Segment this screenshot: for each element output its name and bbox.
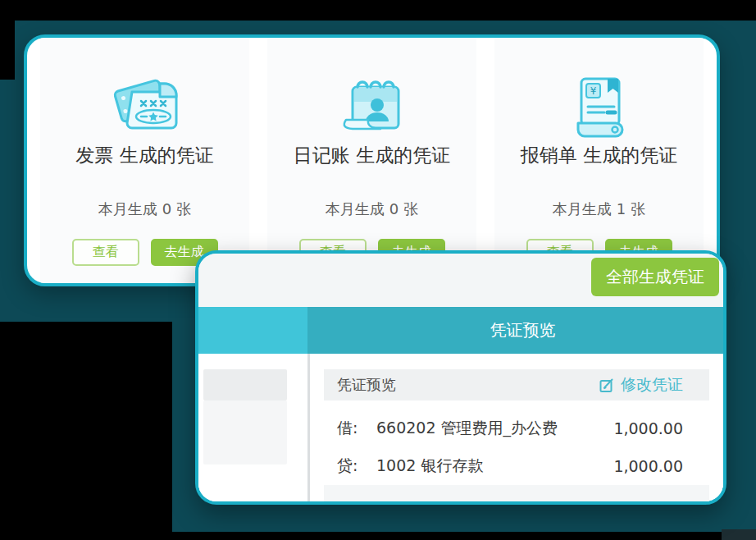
count-value: 1 xyxy=(617,200,626,217)
title-bar-left-segment xyxy=(198,307,307,354)
card-invoice: 发票 生成的凭证 本月生成0张 查看 去生成 xyxy=(40,38,249,283)
edit-link-label: 修改凭证 xyxy=(621,374,683,396)
card-journal: 日记账 生成的凭证 本月生成0张 查看 去生成 xyxy=(267,38,476,283)
entry-account: 660202 管理费用_办公费 xyxy=(376,418,613,439)
left-black-notch xyxy=(0,21,15,80)
preview-bar-title: 凭证预览 xyxy=(490,319,556,341)
view-button[interactable]: 查看 xyxy=(72,239,139,266)
bottom-right-dark-corner xyxy=(722,529,756,540)
voucher-preview-panel: 全部生成凭证 凭证预览 凭证预览 修改凭证 xyxy=(195,250,726,505)
voucher-list-item-placeholder[interactable] xyxy=(203,369,287,400)
generate-all-button[interactable]: 全部生成凭证 xyxy=(591,258,719,296)
card-title: 报销单 生成的凭证 xyxy=(521,143,677,168)
entry-account: 1002 银行存款 xyxy=(376,455,613,477)
preview-main: 凭证预览 修改凭证 借: 660202 管理费用_办公费 1,000.00 xyxy=(310,354,723,501)
top-black-bar xyxy=(0,0,756,21)
card-count: 本月生成0张 xyxy=(96,199,194,219)
card-buttons: 查看 去生成 xyxy=(72,239,218,266)
expense-icon: ¥ xyxy=(558,71,640,140)
edit-voucher-link[interactable]: 修改凭证 xyxy=(599,374,683,396)
section-title: 凭证预览 xyxy=(337,375,396,395)
voucher-section-header: 凭证预览 修改凭证 xyxy=(324,369,709,400)
count-value: 0 xyxy=(162,200,171,217)
bottom-left-black-block xyxy=(0,322,172,540)
card-count: 本月生成0张 xyxy=(323,199,421,219)
preview-header: 全部生成凭证 xyxy=(198,254,723,307)
voucher-list-sidebar xyxy=(198,354,307,501)
entry-amount: 1,000.00 xyxy=(613,457,683,475)
card-title: 日记账 生成的凭证 xyxy=(294,143,450,168)
voucher-entry-credit: 贷: 1002 银行存款 1,000.00 xyxy=(324,451,709,481)
section-footer xyxy=(324,485,709,501)
invoice-icon xyxy=(104,71,186,140)
card-expense: ¥ 报销单 生成的凭证 本月生成1张 查看 去生成 xyxy=(494,38,704,283)
preview-title-bar: 凭证预览 xyxy=(198,307,723,354)
preview-body: 凭证预览 修改凭证 借: 660202 管理费用_办公费 1,000.00 xyxy=(198,354,723,501)
card-count: 本月生成1张 xyxy=(550,199,648,219)
voucher-cards-panel: 发票 生成的凭证 本月生成0张 查看 去生成 日记账 生成的凭证 本月生成0张 xyxy=(24,34,720,286)
voucher-list-item-placeholder[interactable] xyxy=(203,400,287,464)
edit-icon xyxy=(599,378,615,393)
count-value: 0 xyxy=(389,200,398,217)
entry-side: 借: xyxy=(337,418,376,439)
title-bar-right-segment: 凭证预览 xyxy=(307,307,723,354)
journal-icon xyxy=(331,71,413,140)
entry-amount: 1,000.00 xyxy=(613,419,683,437)
cards-row: 发票 生成的凭证 本月生成0张 查看 去生成 日记账 生成的凭证 本月生成0张 xyxy=(27,38,717,283)
card-title: 发票 生成的凭证 xyxy=(75,143,213,168)
bottom-black-bar xyxy=(0,532,756,540)
voucher-entry-debit: 借: 660202 管理费用_办公费 1,000.00 xyxy=(324,414,709,443)
entry-side: 贷: xyxy=(337,455,376,477)
svg-text:¥: ¥ xyxy=(590,85,596,97)
voucher-section: 凭证预览 修改凭证 借: 660202 管理费用_办公费 1,000.00 xyxy=(324,369,709,501)
